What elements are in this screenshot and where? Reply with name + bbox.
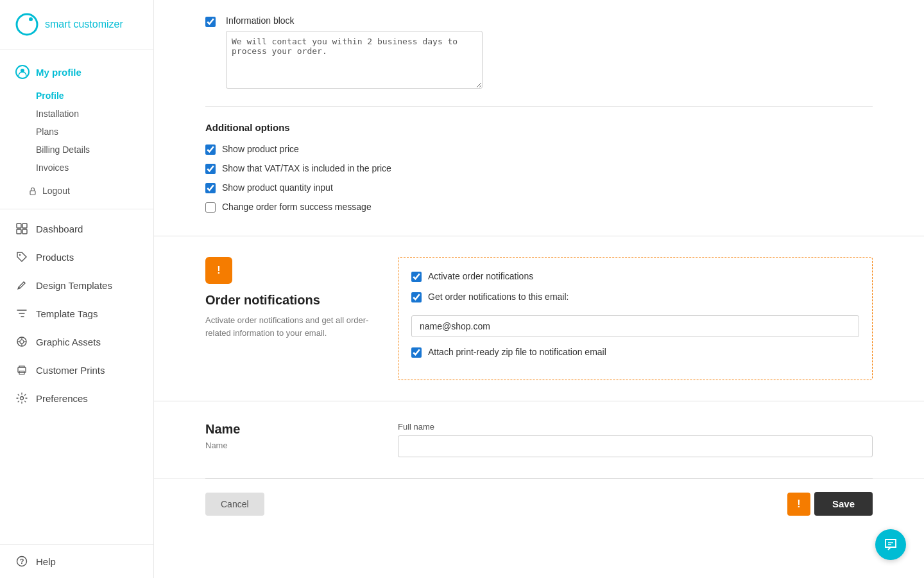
additional-options-section: Additional options Show product price Sh… <box>154 107 924 236</box>
sidebar-sub-installation[interactable]: Installation <box>0 105 153 123</box>
sidebar-item-preferences[interactable]: Preferences <box>0 384 153 412</box>
logout-item[interactable]: Logout <box>0 180 153 198</box>
prints-icon <box>15 363 28 376</box>
info-block-checkbox[interactable] <box>205 17 216 27</box>
sidebar-item-label: Graphic Assets <box>36 337 101 347</box>
sidebar-item-help[interactable]: ? Help <box>0 544 153 578</box>
full-name-input[interactable] <box>398 435 873 457</box>
activate-notif-checkbox[interactable] <box>411 272 422 282</box>
show-price-label: Show product price <box>222 144 299 154</box>
info-block-section: Information block We will contact you wi… <box>154 0 924 91</box>
change-success-label: Change order form success message <box>222 202 372 212</box>
dashboard-icon <box>15 222 28 235</box>
svg-point-0 <box>17 14 37 35</box>
design-icon <box>15 279 28 292</box>
sidebar-sub-invoices[interactable]: Invoices <box>0 159 153 177</box>
content-area: Information block We will contact you wi… <box>154 0 924 578</box>
notif-left: ! Order notifications Activate order not… <box>205 257 372 339</box>
sidebar-sub-billing[interactable]: Billing Details <box>0 141 153 159</box>
logo-area: smart customizer <box>0 0 153 49</box>
order-notifications-section: ! Order notifications Activate order not… <box>154 236 924 401</box>
svg-point-11 <box>20 340 24 344</box>
show-qty-checkbox[interactable] <box>205 183 216 193</box>
info-block-content: Information block We will contact you wi… <box>226 15 483 91</box>
save-button[interactable]: Save <box>814 492 873 516</box>
svg-point-8 <box>19 254 21 256</box>
attach-zip-label: Attach print-ready zip file to notificat… <box>428 347 606 357</box>
option-show-price: Show product price <box>205 143 873 155</box>
footer-actions: Cancel ! Save <box>154 479 924 529</box>
activate-notif-row: Activate order notifications <box>411 270 859 282</box>
option-show-vat: Show that VAT/TAX is included in the pri… <box>205 162 873 174</box>
option-change-success: Change order form success message <box>205 201 873 213</box>
main-content: Information block We will contact you wi… <box>154 0 924 578</box>
sidebar-item-label: Template Tags <box>36 308 98 319</box>
logo-text: smart customizer <box>45 19 123 30</box>
attach-zip-checkbox[interactable] <box>411 347 422 358</box>
info-block-row: Information block We will contact you wi… <box>205 15 873 91</box>
name-section-left: Name Name <box>205 422 372 450</box>
profile-avatar-icon <box>15 65 30 79</box>
change-success-checkbox[interactable] <box>205 202 216 213</box>
svg-point-1 <box>29 17 33 21</box>
svg-text:!: ! <box>217 265 220 276</box>
sidebar: smart customizer My profile Profile Inst… <box>0 0 154 578</box>
lock-icon <box>28 186 37 195</box>
notif-right: Activate order notifications Get order n… <box>398 257 873 380</box>
sidebar-nav: Dashboard Products Design Templates Temp… <box>0 209 153 417</box>
tag-icon <box>15 250 28 263</box>
sidebar-sub-plans[interactable]: Plans <box>0 123 153 141</box>
additional-options-title: Additional options <box>205 122 873 133</box>
show-vat-checkbox[interactable] <box>205 164 216 174</box>
activate-notif-label: Activate order notifications <box>428 271 533 281</box>
info-block-label: Information block <box>226 15 483 26</box>
show-price-checkbox[interactable] <box>205 144 216 155</box>
assets-icon <box>15 335 28 348</box>
name-section-right: Full name <box>398 422 873 457</box>
show-vat-label: Show that VAT/TAX is included in the pri… <box>222 163 391 173</box>
logo-icon <box>15 13 38 36</box>
chat-icon <box>883 537 898 552</box>
name-section: Name Name Full name <box>154 401 924 478</box>
svg-point-18 <box>21 397 24 400</box>
sidebar-item-design-templates[interactable]: Design Templates <box>0 271 153 299</box>
email-input[interactable] <box>411 315 859 337</box>
option-show-qty: Show product quantity input <box>205 182 873 193</box>
my-profile-label: My profile <box>36 67 81 78</box>
sidebar-item-label: Products <box>36 252 74 263</box>
info-block-textarea[interactable]: We will contact you within 2 business da… <box>226 31 483 89</box>
svg-rect-6 <box>17 229 21 234</box>
full-name-label: Full name <box>398 422 873 432</box>
logout-label: Logout <box>42 186 70 196</box>
name-section-subtitle: Name <box>205 441 372 450</box>
get-email-checkbox[interactable] <box>411 292 422 302</box>
get-email-label: Get order notifications to this email: <box>428 292 569 302</box>
chat-bubble[interactable] <box>875 529 906 560</box>
show-qty-label: Show product quantity input <box>222 182 333 193</box>
sidebar-item-graphic-assets[interactable]: Graphic Assets <box>0 328 153 356</box>
sidebar-item-dashboard[interactable]: Dashboard <box>0 215 153 243</box>
help-icon: ? <box>15 555 28 568</box>
my-profile-header[interactable]: My profile <box>0 60 153 87</box>
sidebar-item-products[interactable]: Products <box>0 243 153 271</box>
help-label: Help <box>36 556 56 567</box>
sidebar-item-label: Preferences <box>36 393 88 404</box>
warning-button[interactable]: ! <box>787 493 810 516</box>
svg-rect-3 <box>30 191 35 195</box>
attach-zip-row: Attach print-ready zip file to notificat… <box>411 346 859 358</box>
svg-rect-7 <box>22 229 27 234</box>
notif-warning-icon: ! <box>205 257 232 284</box>
svg-point-9 <box>19 287 20 288</box>
sidebar-item-template-tags[interactable]: Template Tags <box>0 299 153 328</box>
cancel-button[interactable]: Cancel <box>205 493 264 516</box>
notif-desc: Activate order notifications and get all… <box>205 314 372 339</box>
sidebar-item-customer-prints[interactable]: Customer Prints <box>0 356 153 384</box>
name-section-title: Name <box>205 422 372 437</box>
sidebar-sub-profile[interactable]: Profile <box>0 87 153 105</box>
filter-icon <box>15 307 28 320</box>
sidebar-item-label: Dashboard <box>36 223 83 234</box>
sidebar-item-label: Design Templates <box>36 280 112 291</box>
svg-text:?: ? <box>20 557 24 565</box>
save-area: ! Save <box>787 492 873 516</box>
svg-rect-5 <box>22 223 27 228</box>
